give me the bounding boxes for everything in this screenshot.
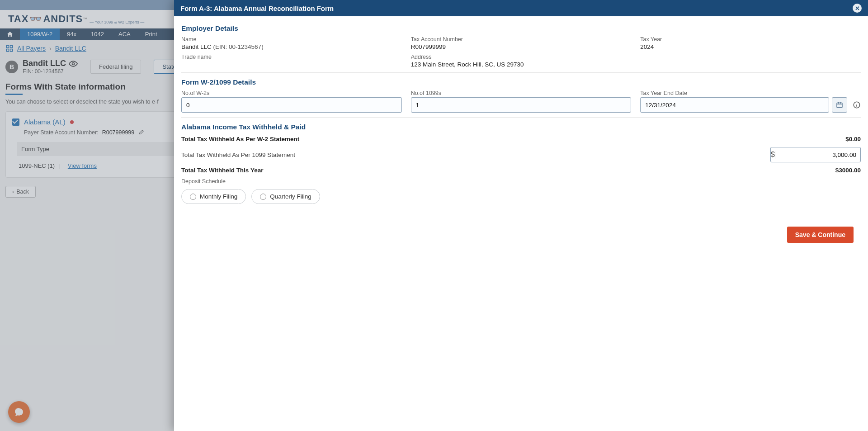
calendar-button[interactable] bbox=[832, 97, 847, 113]
employer-ein: (EIN: 00-1234567) bbox=[213, 43, 264, 50]
employer-details-heading: Employer Details bbox=[181, 24, 861, 33]
close-icon[interactable]: ✕ bbox=[853, 4, 862, 13]
divider bbox=[181, 72, 861, 73]
deposit-schedule-label: Deposit Schedule bbox=[181, 178, 861, 185]
radio-icon bbox=[260, 194, 266, 200]
radio-icon bbox=[190, 194, 196, 200]
w2-1099-details-heading: Form W-2/1099 Details bbox=[181, 78, 861, 86]
radio-monthly-filing[interactable]: Monthly Filing bbox=[181, 189, 246, 204]
row-total-value: $3000.00 bbox=[835, 167, 861, 174]
svg-rect-5 bbox=[837, 103, 842, 108]
panel-title: Form A-3: Alabama Annual Reconciliation … bbox=[180, 5, 334, 12]
calendar-icon bbox=[836, 101, 843, 109]
tax-year-end-input[interactable] bbox=[640, 97, 829, 113]
address-label: Address bbox=[411, 54, 632, 60]
tax-acct-value: R007999999 bbox=[411, 43, 632, 50]
income-tax-heading: Alabama Income Tax Withheld & Paid bbox=[181, 123, 861, 131]
row-w2-value: $0.00 bbox=[845, 136, 861, 142]
radio-quarterly-label: Quarterly Filing bbox=[270, 193, 311, 200]
panel-body: Employer Details Name Bandit LLC (EIN: 0… bbox=[174, 16, 868, 256]
row-1099-label: Total Tax Withheld As Per 1099 Statement bbox=[181, 152, 295, 158]
row-w2-label: Total Tax Withheld As Per W-2 Statement bbox=[181, 136, 299, 142]
row-total-label: Total Tax Withheld This Year bbox=[181, 167, 263, 174]
form-a3-panel: Form A-3: Alabama Annual Reconciliation … bbox=[174, 0, 868, 431]
row-1099-input[interactable] bbox=[775, 152, 861, 158]
num-w2-input[interactable] bbox=[181, 97, 402, 113]
row-1099-input-wrap: $ bbox=[770, 147, 861, 162]
num-1099-label: No.of 1099s bbox=[411, 90, 632, 96]
divider-2 bbox=[181, 117, 861, 118]
num-w2-label: No.of W-2s bbox=[181, 90, 402, 96]
tax-year-value: 2024 bbox=[640, 43, 861, 50]
radio-quarterly-filing[interactable]: Quarterly Filing bbox=[251, 189, 320, 204]
tax-acct-label: Tax Account Number bbox=[411, 36, 632, 43]
info-icon[interactable] bbox=[853, 101, 861, 109]
trade-name-label: Trade name bbox=[181, 54, 402, 60]
save-continue-button[interactable]: Save & Continue bbox=[787, 227, 854, 243]
name-value: Bandit LLC (EIN: 00-1234567) bbox=[181, 43, 402, 50]
tax-year-label: Tax Year bbox=[640, 36, 861, 43]
num-1099-input[interactable] bbox=[411, 97, 632, 113]
tax-year-end-label: Tax Year End Date bbox=[640, 90, 861, 96]
name-label: Name bbox=[181, 36, 402, 43]
radio-monthly-label: Monthly Filing bbox=[200, 193, 237, 200]
address-value: 123 Main Street, Rock Hill, SC, US 29730 bbox=[411, 61, 632, 68]
currency-symbol: $ bbox=[771, 151, 775, 159]
employer-name: Bandit LLC bbox=[181, 43, 212, 50]
panel-header: Form A-3: Alabama Annual Reconciliation … bbox=[174, 0, 868, 16]
